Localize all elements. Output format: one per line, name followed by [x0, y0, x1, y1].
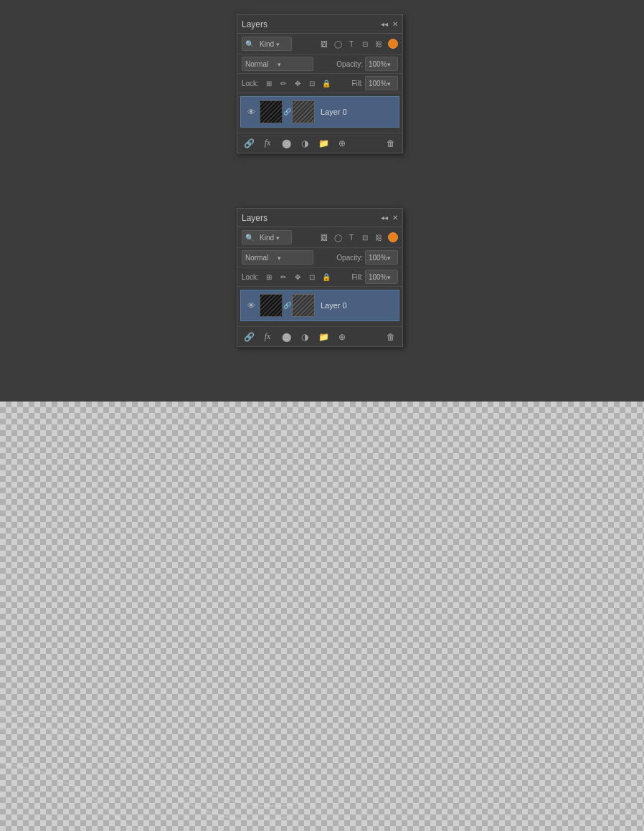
- panel-2-close-btn[interactable]: ✕: [392, 214, 398, 222]
- panel-2-layer-0-mask-inner: [293, 295, 314, 316]
- panel-2-lock-move-icon[interactable]: ✥: [292, 271, 303, 282]
- panel-1-filter-row: 🔍 Kind 🖼 ◯ T ⊡ ⛓: [237, 34, 402, 54]
- panel-1-lock-brush-icon[interactable]: ✏: [278, 77, 289, 89]
- panel-1-fill-field[interactable]: 100%: [365, 76, 398, 90]
- panel-1-blend-row: Normal Opacity: 100%: [237, 54, 402, 74]
- canvas-area: [0, 402, 644, 831]
- panel-1-search-icon: 🔍: [245, 40, 257, 48]
- panel-1-lock-label: Lock:: [242, 80, 259, 87]
- panel-1-lock-all-icon[interactable]: 🔒: [321, 77, 332, 89]
- panel-2-header-controls: ◂◂ ✕: [381, 214, 398, 222]
- panel-2-lock-all-icon[interactable]: 🔒: [321, 271, 332, 282]
- panel-1-opacity-label: Opacity:: [336, 60, 363, 68]
- panel-2-blend-chevron: [278, 254, 310, 262]
- panel-1-close-btn[interactable]: ✕: [392, 21, 398, 28]
- panel-1-filter-circle-icon[interactable]: ◯: [332, 38, 344, 49]
- panel-1-filter-text-icon[interactable]: T: [346, 38, 357, 49]
- panel-1-lock-move-icon[interactable]: ✥: [292, 77, 303, 89]
- panel-1-kind-chevron: [276, 40, 288, 48]
- canvas-strokes: [0, 402, 644, 831]
- panel-2-filter-icons: 🖼 ◯ T ⊡ ⛓: [318, 232, 398, 243]
- panel-2-layer-0-visibility[interactable]: 👁: [245, 300, 257, 311]
- panel-1-layer-list: 👁 🔗 Layer 0: [237, 93, 402, 133]
- panel-2-fill-control: Fill: 100%: [351, 270, 398, 284]
- panel-1-fill-control: Fill: 100%: [351, 76, 398, 90]
- panel-1-filter-crop-icon[interactable]: ⊡: [359, 38, 371, 49]
- panel-2-opacity-field[interactable]: 100%: [365, 250, 398, 265]
- panel-2-lock-brush-icon[interactable]: ✏: [278, 271, 289, 282]
- panel-1-kind-label: Kind: [260, 40, 274, 48]
- panel-2-opacity-val: 100%: [369, 254, 387, 262]
- panel-1-new-layer-btn[interactable]: ⊕: [335, 136, 349, 151]
- panel-2-layer-0-thumbs: 🔗: [260, 294, 315, 317]
- panel-2-filter-chain-icon[interactable]: ⛓: [373, 232, 384, 243]
- panel-2-layer-list: 👁 🔗 Layer 0: [237, 287, 402, 326]
- panel-2-blend-dropdown[interactable]: Normal: [242, 250, 313, 265]
- panel-2-link-btn[interactable]: 🔗: [242, 330, 256, 344]
- panel-2-blend-value: Normal: [245, 254, 278, 262]
- panel-1-collapse-btn[interactable]: ◂◂: [381, 21, 388, 28]
- panel-2-filter-circle-icon[interactable]: ◯: [332, 232, 344, 243]
- panel-1-filter-chain-icon[interactable]: ⛓: [373, 38, 384, 49]
- panel-1-blend-value: Normal: [245, 60, 278, 68]
- panel-1-header-controls: ◂◂ ✕: [381, 21, 398, 28]
- panel-2-opacity-label: Opacity:: [336, 254, 363, 262]
- panel-1-lock-pixels-icon[interactable]: ⊞: [263, 77, 275, 89]
- panel-1-lock-artboard-icon[interactable]: ⊡: [306, 77, 318, 89]
- panel-1-kind-dropdown[interactable]: 🔍 Kind: [242, 37, 292, 51]
- panel-1-title: Layers: [242, 19, 267, 29]
- panel-2-opacity-chevron: [387, 254, 394, 262]
- panel-1-layer-0[interactable]: 👁 🔗 Layer 0: [240, 96, 399, 128]
- panel-2-adjustment-btn[interactable]: ◑: [298, 330, 312, 344]
- panel-2-lock-label: Lock:: [242, 273, 259, 281]
- panel-2-group-btn[interactable]: 📁: [316, 330, 331, 344]
- panel-2-filter-toggle[interactable]: [388, 232, 398, 242]
- layers-panel-1: Layers ◂◂ ✕ 🔍 Kind 🖼 ◯ T ⊡ ⛓ Normal Opac…: [237, 14, 403, 153]
- panel-1-layer-0-link: 🔗: [283, 108, 291, 115]
- panel-1-opacity-val: 100%: [369, 60, 387, 68]
- panel-1-filter-toggle[interactable]: [388, 39, 398, 49]
- panel-2-fill-field[interactable]: 100%: [365, 270, 398, 284]
- panel-2-kind-dropdown[interactable]: 🔍 Kind: [242, 230, 292, 244]
- panel-1-layer-0-thumbs: 🔗: [260, 100, 315, 123]
- panel-1-lock-row: Lock: ⊞ ✏ ✥ ⊡ 🔒 Fill: 100%: [237, 74, 402, 93]
- panel-1-layer-0-mask: [292, 100, 315, 123]
- panel-2-layer-0[interactable]: 👁 🔗 Layer 0: [240, 290, 399, 321]
- panel-2-layer-0-thumb-inner: [260, 295, 282, 316]
- panel-1-fill-val: 100%: [369, 80, 387, 87]
- panel-2-kind-label: Kind: [260, 234, 274, 242]
- panel-2-title: Layers: [242, 213, 267, 223]
- panel-2-lock-pixels-icon[interactable]: ⊞: [263, 271, 275, 282]
- panel-1-blend-dropdown[interactable]: Normal: [242, 57, 313, 71]
- panel-2-filter-image-icon[interactable]: 🖼: [318, 232, 330, 243]
- panel-2-lock-row: Lock: ⊞ ✏ ✥ ⊡ 🔒 Fill: 100%: [237, 267, 402, 287]
- panel-1-adjustment-btn[interactable]: ◑: [298, 136, 312, 151]
- panel-2-lock-artboard-icon[interactable]: ⊡: [306, 271, 318, 282]
- panel-1-header: Layers ◂◂ ✕: [237, 15, 402, 34]
- panel-1-opacity-chevron: [387, 60, 394, 68]
- panel-1-layer-0-visibility[interactable]: 👁: [245, 106, 257, 118]
- panel-2-layer-0-name: Layer 0: [318, 301, 347, 310]
- panel-1-link-btn[interactable]: 🔗: [242, 136, 256, 151]
- panel-2-layer-0-thumb: [260, 294, 283, 317]
- panel-2-kind-chevron: [276, 234, 288, 242]
- panel-2-collapse-btn[interactable]: ◂◂: [381, 214, 388, 222]
- panel-2-filter-text-icon[interactable]: T: [346, 232, 357, 243]
- panel-1-opacity-field[interactable]: 100%: [365, 57, 398, 71]
- panel-2-filter-row: 🔍 Kind 🖼 ◯ T ⊡ ⛓: [237, 227, 402, 248]
- panel-1-filter-image-icon[interactable]: 🖼: [318, 38, 330, 49]
- panel-1-layer-0-mask-inner: [293, 101, 314, 123]
- panel-2-new-layer-btn[interactable]: ⊕: [335, 330, 349, 344]
- panel-1-group-btn[interactable]: 📁: [316, 136, 331, 151]
- panel-2-layer-0-link: 🔗: [283, 302, 291, 309]
- panel-2-blend-row: Normal Opacity: 100%: [237, 248, 402, 267]
- panel-2-fx-btn[interactable]: fx: [260, 330, 275, 344]
- panel-1-fx-btn[interactable]: fx: [260, 136, 275, 151]
- panel-2-delete-btn[interactable]: 🗑: [384, 330, 398, 344]
- panel-2-filter-crop-icon[interactable]: ⊡: [359, 232, 371, 243]
- panel-1-layer-0-thumb-inner: [260, 101, 282, 123]
- panel-1-mask-btn[interactable]: ⬤: [279, 136, 293, 151]
- panel-2-fill-label: Fill:: [351, 273, 363, 281]
- panel-1-delete-btn[interactable]: 🗑: [384, 136, 398, 151]
- panel-2-mask-btn[interactable]: ⬤: [279, 330, 293, 344]
